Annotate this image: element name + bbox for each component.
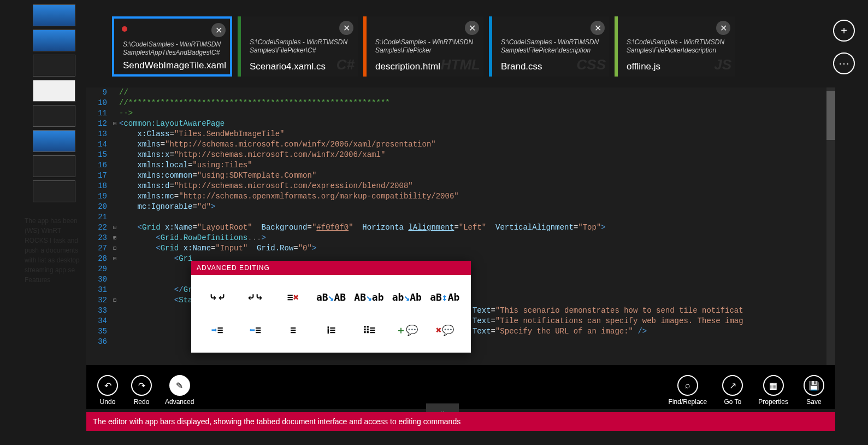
thumbnail[interactable]	[33, 80, 75, 102]
tab-filename: SendWebImageTile.xaml	[123, 60, 223, 71]
button-label: Save	[806, 398, 821, 406]
thumbnail[interactable]	[33, 30, 75, 51]
advanced-icon: ✎	[169, 375, 190, 396]
code-content[interactable]: ////************************************…	[119, 87, 835, 408]
tab-bar: ✕S:\Code\Samples - WinRT\MSDN Samples\Ap…	[112, 16, 835, 82]
close-icon[interactable]: ✕	[716, 21, 730, 35]
move-left-icon[interactable]: ⤷⤶	[200, 283, 234, 312]
tab-filename: offline.js	[627, 61, 728, 72]
lowercase-icon[interactable]: AB↘ab	[352, 283, 386, 312]
move-right-icon[interactable]: ⤶⤷	[238, 283, 272, 312]
caption-bar: The editor with app bars displayed, show…	[86, 412, 835, 431]
advanced-button[interactable]: ✎Advanced	[165, 375, 194, 406]
dirty-indicator-icon	[122, 26, 127, 32]
tab-path: S:\Code\Samples - WinRT\MSDN Samples\Fil…	[501, 38, 603, 55]
tab-scenario4-xaml-cs[interactable]: ✕S:\Code\Samples - WinRT\MSDN Samples\Fi…	[238, 16, 358, 77]
more-button[interactable]: ⋯	[833, 52, 855, 74]
find-icon: ⌕	[677, 375, 698, 396]
tab-path: S:\Code\Samples - WinRT\MSDN Samples\Fil…	[250, 38, 351, 55]
thumbnail[interactable]	[33, 55, 75, 77]
tab-language-badge: JS	[714, 56, 731, 73]
uncomment-icon[interactable]: ✖💬	[428, 315, 462, 345]
button-label: Find/Replace	[669, 398, 707, 406]
redo-icon: ↷	[131, 375, 152, 396]
tab-sendwebimagetile-xaml[interactable]: ✕S:\Code\Samples - WinRT\MSDN Samples\Ap…	[112, 16, 232, 77]
button-label: Redo	[134, 398, 150, 406]
properties-icon: ▦	[763, 375, 784, 396]
tab-description-html[interactable]: ✕S:\Code\Samples - WinRT\MSDN Samples\Fi…	[363, 16, 483, 77]
tab-language-badge: HTML	[441, 56, 480, 73]
list-num-icon[interactable]: ⁞≡	[314, 315, 348, 345]
add-button[interactable]: +	[833, 20, 855, 42]
undo-icon: ↶	[97, 375, 118, 396]
goto-button[interactable]: ↗Go To	[722, 375, 743, 406]
properties-button[interactable]: ▦Properties	[758, 375, 788, 406]
delete-line-icon[interactable]: ≡✖	[276, 283, 310, 312]
close-icon[interactable]: ✕	[211, 23, 226, 37]
indent-icon[interactable]: ➡≡	[200, 315, 234, 345]
thumbnail[interactable]	[33, 180, 75, 202]
close-icon[interactable]: ✕	[339, 21, 353, 35]
swap-case-icon[interactable]: aB↕Ab	[428, 283, 462, 312]
button-label: Undo	[100, 398, 116, 406]
goto-icon: ↗	[722, 375, 743, 396]
thumbnail[interactable]	[33, 105, 75, 127]
comment-icon[interactable]: ＋💬	[389, 315, 424, 345]
vertical-scrollbar[interactable]	[826, 87, 835, 408]
format-icon[interactable]: ≡	[276, 315, 310, 345]
thumbnail[interactable]	[33, 4, 75, 26]
outdent-icon[interactable]: ⬅≡	[238, 315, 272, 345]
tab-path: S:\Code\Samples - WinRT\MSDN Samples\Fil…	[375, 38, 477, 55]
app-bar: ↶Undo↷Redo✎Advanced ⌕Find/Replace↗Go To▦…	[86, 365, 835, 409]
thumbnail-strip	[33, 4, 79, 202]
tab-brand-css[interactable]: ✕S:\Code\Samples - WinRT\MSDN Samples\Fi…	[489, 16, 609, 77]
capitalize-icon[interactable]: ab↘Ab	[389, 283, 424, 312]
redo-button[interactable]: ↷Redo	[131, 375, 152, 406]
button-label: Go To	[724, 398, 741, 406]
line-numbers: 9101112131415161718192021222327282930313…	[86, 87, 110, 408]
code-editor[interactable]: 9101112131415161718192021222327282930313…	[86, 87, 835, 408]
background-article-text: The app has been (WS) WinRT ROCKS I task…	[25, 216, 85, 285]
undo-button[interactable]: ↶Undo	[97, 375, 118, 406]
thumbnail[interactable]	[33, 155, 75, 177]
tab-offline-js[interactable]: ✕S:\Code\Samples - WinRT\MSDN Samples\Fi…	[615, 16, 735, 77]
close-icon[interactable]: ✕	[591, 21, 605, 35]
tab-path: S:\Code\Samples - WinRT\MSDN Samples\Fil…	[627, 38, 728, 55]
list-bul-icon[interactable]: ⠿≡	[352, 315, 386, 345]
button-label: Advanced	[165, 398, 194, 406]
save-icon: 💾	[804, 375, 824, 396]
thumbnail[interactable]	[33, 130, 75, 152]
save-button[interactable]: 💾Save	[804, 375, 824, 406]
tab-language-badge: C#	[336, 56, 355, 73]
advanced-editing-flyout: ADVANCED EDITING ⤷⤶⤶⤷≡✖aB↘ABAB↘abab↘AbaB…	[191, 261, 471, 353]
tab-language-badge: CSS	[577, 56, 606, 73]
tab-path: S:\Code\Samples - WinRT\MSDN Samples\App…	[123, 40, 223, 57]
uppercase-icon[interactable]: aB↘AB	[314, 283, 348, 312]
button-label: Properties	[758, 398, 788, 406]
close-icon[interactable]: ✕	[465, 21, 479, 35]
fold-gutter[interactable]: ⊟⊟⊞⊟⊟⊟	[110, 87, 119, 408]
find-button[interactable]: ⌕Find/Replace	[669, 375, 707, 406]
flyout-title: ADVANCED EDITING	[191, 261, 471, 275]
